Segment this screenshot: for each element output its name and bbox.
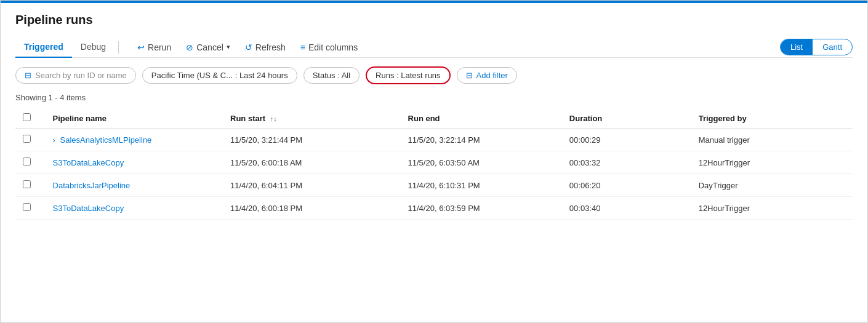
main-content: Pipeline runs Triggered Debug ↩ Rerun ⊘ … — [1, 3, 867, 322]
row-triggered-by: DayTrigger — [691, 174, 853, 197]
pipeline-name-link[interactable]: DatabricksJarPipeline — [53, 181, 131, 190]
status-filter-label: Status : All — [313, 71, 350, 80]
row-checkbox-3[interactable] — [23, 203, 31, 211]
row-checkbox-cell — [15, 129, 46, 151]
row-pipeline-name: DatabricksJarPipeline — [46, 174, 223, 197]
list-gantt-toggle: List Gantt — [780, 39, 853, 55]
cancel-icon: ⊘ — [186, 42, 193, 52]
header-duration: Duration — [562, 108, 691, 129]
row-checkbox-cell — [15, 151, 46, 174]
refresh-button[interactable]: ↺ Refresh — [238, 39, 293, 56]
run-start-sort-icon: ↑↓ — [270, 115, 277, 122]
gantt-view-button[interactable]: Gantt — [813, 39, 852, 55]
row-triggered-by: 12HourTrigger — [691, 151, 853, 174]
row-run-start: 11/4/20, 6:00:18 PM — [223, 197, 401, 220]
row-checkbox-cell — [15, 174, 46, 197]
tab-debug[interactable]: Debug — [72, 37, 115, 58]
row-duration: 00:00:29 — [562, 129, 691, 151]
add-filter-pill[interactable]: ⊟ Add filter — [457, 67, 517, 84]
header-pipeline-name: Pipeline name — [46, 108, 223, 129]
edit-columns-button[interactable]: ≡ Edit columns — [293, 39, 365, 56]
toolbar: Triggered Debug ↩ Rerun ⊘ Cancel ▾ ↺ Ref… — [15, 37, 853, 58]
row-pipeline-name: S3ToDataLakeCopy — [46, 197, 223, 220]
row-pipeline-name: S3ToDataLakeCopy — [46, 151, 223, 174]
row-triggered-by: 12HourTrigger — [691, 197, 853, 220]
row-checkbox-2[interactable] — [23, 180, 31, 188]
table-row: S3ToDataLakeCopy 11/4/20, 6:00:18 PM 11/… — [15, 197, 853, 220]
row-run-start: 11/4/20, 6:04:11 PM — [223, 174, 401, 197]
row-checkbox-cell — [15, 197, 46, 220]
pipeline-name-link[interactable]: S3ToDataLakeCopy — [53, 158, 124, 167]
search-placeholder: Search by run ID or name — [35, 71, 127, 80]
toolbar-actions: ↩ Rerun ⊘ Cancel ▾ ↺ Refresh ≡ Edit colu… — [130, 39, 853, 56]
row-run-start: 11/5/20, 6:00:18 AM — [223, 151, 401, 174]
search-filter-pill[interactable]: ⊟ Search by run ID or name — [15, 67, 136, 84]
header-checkbox-cell — [15, 108, 46, 129]
filter-bar: ⊟ Search by run ID or name Pacific Time … — [15, 66, 853, 84]
row-duration: 00:06:20 — [562, 174, 691, 197]
row-run-start: 11/5/20, 3:21:44 PM — [223, 129, 401, 151]
row-run-end: 11/4/20, 6:03:59 PM — [401, 197, 562, 220]
tab-triggered[interactable]: Triggered — [15, 37, 72, 58]
header-triggered-by: Triggered by — [691, 108, 853, 129]
edit-columns-icon: ≡ — [300, 42, 305, 52]
tab-divider — [118, 41, 119, 54]
row-pipeline-name: › SalesAnalyticsMLPipeline — [46, 129, 223, 151]
table-header-row: Pipeline name Run start ↑↓ Run end Durat… — [15, 108, 853, 129]
header-run-start[interactable]: Run start ↑↓ — [223, 108, 401, 129]
header-run-end: Run end — [401, 108, 562, 129]
table-row: › SalesAnalyticsMLPipeline 11/5/20, 3:21… — [15, 129, 853, 151]
pipeline-name-link[interactable]: SalesAnalyticsMLPipeline — [60, 135, 151, 145]
status-filter-pill[interactable]: Status : All — [303, 67, 360, 84]
runs-filter-label: Runs : Latest runs — [376, 71, 441, 80]
refresh-icon: ↺ — [245, 42, 252, 52]
expand-icon[interactable]: › — [53, 135, 55, 145]
search-filter-icon: ⊟ — [25, 71, 31, 80]
row-checkbox-1[interactable] — [23, 158, 31, 165]
list-view-button[interactable]: List — [781, 39, 813, 55]
row-run-end: 11/4/20, 6:10:31 PM — [401, 174, 562, 197]
time-filter-pill[interactable]: Pacific Time (US & C... : Last 24 hours — [142, 67, 297, 84]
row-run-end: 11/5/20, 6:03:50 AM — [401, 151, 562, 174]
page-title: Pipeline runs — [15, 13, 853, 27]
select-all-checkbox[interactable] — [23, 113, 31, 121]
rerun-icon: ↩ — [137, 42, 145, 52]
cancel-button[interactable]: ⊘ Cancel ▾ — [179, 39, 238, 56]
row-duration: 00:03:40 — [562, 197, 691, 220]
row-triggered-by: Manual trigger — [691, 129, 853, 151]
time-filter-label: Pacific Time (US & C... : Last 24 hours — [151, 71, 288, 80]
page-container: Pipeline runs Triggered Debug ↩ Rerun ⊘ … — [0, 0, 868, 323]
add-filter-label: Add filter — [476, 71, 508, 80]
pipeline-runs-table: Pipeline name Run start ↑↓ Run end Durat… — [15, 108, 853, 220]
items-count: Showing 1 - 4 items — [15, 93, 853, 102]
rerun-button[interactable]: ↩ Rerun — [130, 39, 179, 56]
runs-filter-pill[interactable]: Runs : Latest runs — [366, 66, 451, 84]
pipeline-name-link[interactable]: S3ToDataLakeCopy — [53, 204, 124, 213]
row-duration: 00:03:32 — [562, 151, 691, 174]
table-row: DatabricksJarPipeline 11/4/20, 6:04:11 P… — [15, 174, 853, 197]
row-checkbox-0[interactable] — [23, 135, 31, 143]
add-filter-icon: ⊟ — [466, 71, 473, 80]
cancel-chevron-icon: ▾ — [227, 43, 230, 51]
table-row: S3ToDataLakeCopy 11/5/20, 6:00:18 AM 11/… — [15, 151, 853, 174]
row-run-end: 11/5/20, 3:22:14 PM — [401, 129, 562, 151]
